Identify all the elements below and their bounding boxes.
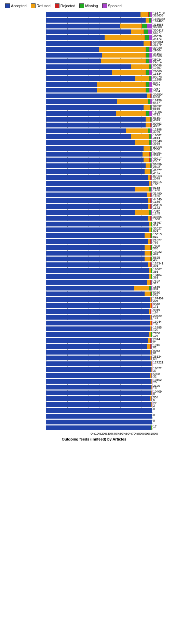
bar-values: 416772441	[153, 169, 162, 174]
bar-spooled	[152, 222, 152, 226]
table-row: mega3410327660	[46, 52, 166, 58]
bar-refused	[143, 152, 149, 157]
bar-spooled	[152, 257, 152, 261]
bar-spooled	[151, 262, 152, 267]
bar-spooled	[152, 425, 152, 430]
bar-values: 995925685	[153, 105, 162, 110]
bar-values: 80877643	[153, 82, 160, 87]
bar-values: 2025046998	[153, 94, 163, 98]
bar-spooled	[151, 396, 152, 401]
bar-spooled	[151, 338, 152, 343]
bar-values: 1585301	[153, 286, 160, 290]
bar-spooled	[151, 373, 152, 378]
bar-spooled	[151, 123, 152, 127]
table-row: axelspringer7700107	[46, 332, 166, 337]
legend-missing-box	[79, 3, 84, 8]
table-row: pse3223029564	[46, 47, 166, 52]
x-axis-label: 90%	[144, 432, 150, 435]
table-row: lodman-bin121983759	[46, 128, 166, 134]
bar-accepted	[46, 158, 144, 162]
table-row: futuro314901186	[46, 192, 166, 198]
bar-values: 811574099	[153, 117, 162, 122]
bars-wrapper: 104098	[46, 391, 152, 395]
table-row: interia995925685	[46, 105, 166, 110]
bars-wrapper: 32027821	[46, 227, 152, 232]
bar-spooled	[151, 210, 152, 215]
bar-accepted	[46, 344, 147, 349]
bar-accepted	[46, 181, 149, 186]
bar-values: 2512469	[153, 356, 162, 360]
bar-refused	[147, 193, 151, 197]
bar-accepted	[46, 367, 151, 372]
bar-spooled	[149, 82, 152, 87]
bars-wrapper: 33041756977	[46, 29, 152, 34]
bar-spooled	[151, 356, 152, 360]
table-row: studio8625455	[46, 256, 166, 262]
bar-refused	[140, 12, 148, 17]
bar-refused	[131, 134, 149, 139]
bar-refused	[135, 210, 149, 215]
table-row: pwr210483368	[46, 140, 166, 145]
legend-rejected-label: Rejected	[61, 4, 75, 8]
table-row: ipartners-fast875632079	[46, 175, 166, 180]
bar-refused	[148, 216, 151, 221]
bar-values: 121983759	[153, 128, 162, 133]
bar-spooled	[151, 146, 152, 151]
bars-wrapper: 1150388162465	[46, 18, 152, 23]
table-row: onet8009617607	[46, 64, 166, 70]
bar-spooled	[152, 251, 152, 256]
bar-spooled	[152, 233, 152, 238]
x-axis-label: 40%	[113, 432, 120, 435]
bars-wrapper: 13044139	[46, 321, 152, 325]
bar-accepted	[46, 210, 135, 215]
bars-wrapper: 14022497	[46, 251, 152, 256]
bar-spooled	[151, 198, 152, 203]
bars-wrapper: 116864712	[46, 111, 152, 116]
bar-values: 31356396300	[153, 24, 163, 28]
x-axis-label: 0%	[91, 432, 95, 435]
table-row: newsfeed.lukawski.pl21627769	[46, 239, 166, 244]
bar-accepted	[46, 152, 143, 157]
bars-wrapper: 70877054	[46, 88, 152, 92]
bars-wrapper: 435651068	[46, 216, 152, 221]
bar-missing	[146, 111, 149, 116]
bar-refused	[146, 117, 150, 122]
bars-wrapper: 422513073	[46, 152, 152, 157]
table-row: bydgoszcz212019	[46, 384, 166, 390]
bar-accepted	[46, 12, 140, 17]
bar-values: 7700107	[153, 332, 160, 337]
bar-values: 484101172	[153, 204, 162, 209]
bar-accepted	[46, 268, 149, 273]
bar-accepted	[46, 350, 150, 355]
bar-accepted	[46, 396, 150, 401]
bar-spooled	[151, 315, 152, 320]
bar-refused	[147, 94, 151, 98]
bars-wrapper: 13013819	[46, 233, 152, 238]
chart-area: silveb1417158318636astercity115038816246…	[2, 12, 186, 435]
bar-spooled	[150, 99, 152, 104]
bars-wrapper: 907634082	[46, 123, 152, 127]
table-row: itl16367366	[46, 268, 166, 273]
chart-legend: Accepted Refused Rejected Missing Spoole…	[2, 3, 186, 8]
bar-accepted	[46, 309, 149, 314]
table-row: cyf-kr32027821	[46, 227, 166, 233]
bar-spooled	[151, 117, 152, 122]
table-row: webcorp73121145	[46, 210, 166, 215]
bar-values: 8009617607	[153, 64, 162, 69]
bars-wrapper: 1045220	[46, 379, 152, 384]
bar-refused	[99, 47, 146, 52]
legend-rejected: Rejected	[55, 3, 75, 8]
bar-missing	[144, 29, 148, 34]
table-row: pwr-fast2025046998	[46, 93, 166, 99]
x-axis-label: 50%	[120, 432, 126, 435]
bars-wrapper: 7122313	[46, 280, 152, 285]
bars-wrapper: 210483368	[46, 140, 152, 145]
table-row: ict-fast12985120	[46, 326, 166, 332]
bars-wrapper: 3223029564	[46, 47, 152, 52]
bar-values: 73121145	[153, 210, 160, 215]
bar-refused	[116, 111, 146, 116]
bar-refused	[97, 88, 146, 92]
bar-values: 314901186	[153, 193, 162, 197]
bar-accepted	[46, 111, 116, 116]
bars-wrapper: 121983759	[46, 128, 152, 133]
